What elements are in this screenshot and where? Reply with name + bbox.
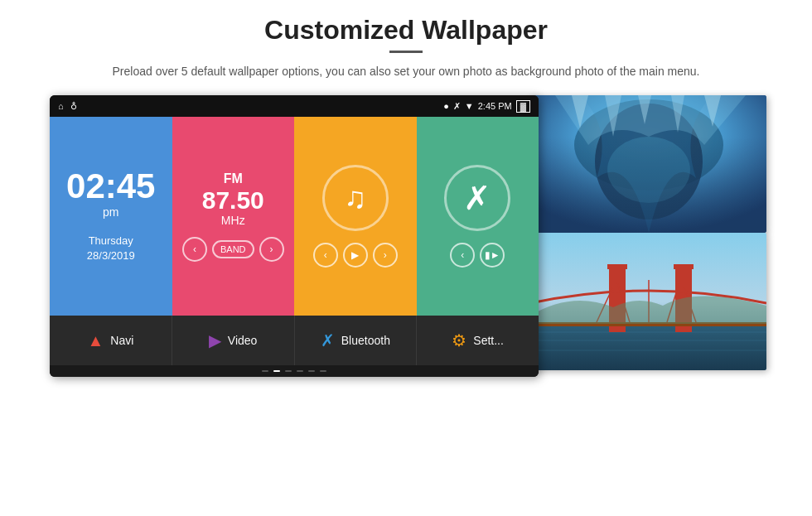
navi-label: Navi: [110, 334, 133, 347]
home-icon: ⌂: [58, 101, 64, 111]
preview-ice: [530, 95, 766, 233]
preview-bridge: [530, 233, 766, 370]
status-left: ⌂ ♁: [58, 101, 77, 112]
location-icon: ●: [443, 101, 449, 111]
battery-icon: ▓: [516, 100, 530, 113]
app-item-navi[interactable]: ▲ Navi: [50, 316, 172, 365]
svg-rect-19: [607, 264, 627, 269]
fm-unit: MHz: [221, 214, 245, 227]
app-item-settings[interactable]: ⚙ Sett...: [417, 316, 539, 365]
title-divider: [389, 51, 423, 53]
fm-next-button[interactable]: ›: [259, 237, 284, 262]
music-play-button[interactable]: ▶: [343, 243, 368, 268]
fm-label: FM: [224, 171, 243, 186]
subtitle: Preload over 5 default wallpaper options…: [112, 63, 699, 80]
dot-6: [320, 370, 326, 372]
wifi-icon: ▼: [465, 101, 474, 111]
ice-svg: [530, 95, 766, 233]
music-next-button[interactable]: ›: [373, 243, 398, 268]
screenshots-area: ⌂ ♁ ● ✗ ▼ 2:45 PM ▓ 02:45 pm Th: [50, 95, 762, 377]
device-screen: ⌂ ♁ ● ✗ ▼ 2:45 PM ▓ 02:45 pm Th: [50, 95, 539, 377]
dots-row: [50, 365, 539, 377]
dot-2: [273, 370, 280, 372]
svg-rect-16: [609, 278, 626, 282]
music-controls: ‹ ▶ ›: [313, 243, 398, 268]
svg-rect-22: [675, 278, 692, 282]
music-prev-button[interactable]: ‹: [313, 243, 338, 268]
svg-rect-25: [674, 264, 694, 269]
bt-controls: ‹ ▮►: [450, 243, 505, 268]
menu-area: 02:45 pm Thursday28/3/2019 FM 87.50 MHz …: [50, 117, 539, 316]
bridge-background: [530, 233, 766, 370]
fm-band-button[interactable]: BAND: [212, 240, 254, 258]
dot-5: [308, 370, 315, 372]
clock-tile[interactable]: 02:45 pm Thursday28/3/2019: [50, 117, 172, 316]
bluetooth-app-icon: ✗: [321, 330, 335, 350]
dot-4: [297, 370, 303, 372]
bluetooth-tile[interactable]: ✗ ‹ ▮►: [417, 117, 539, 316]
svg-rect-10: [530, 324, 766, 370]
page-title: Customized Wallpaper: [264, 15, 548, 46]
dot-3: [285, 370, 292, 372]
bt-skip-button[interactable]: ▮►: [480, 243, 505, 268]
app-item-bluetooth[interactable]: ✗ Bluetooth: [295, 316, 418, 365]
right-images: [530, 95, 766, 370]
clock-time: 02:45: [66, 169, 155, 204]
app-bar: ▲ Navi ▶ Video ✗ Bluetooth ⚙ Sett...: [50, 316, 539, 365]
page-container: Customized Wallpaper Preload over 5 defa…: [0, 0, 812, 393]
settings-icon: ⚙: [452, 330, 466, 350]
usb-icon: ♁: [70, 101, 77, 112]
fm-prev-button[interactable]: ‹: [182, 237, 207, 262]
bridge-svg: [530, 233, 766, 370]
bluetooth-label: Bluetooth: [341, 334, 390, 347]
status-bar: ⌂ ♁ ● ✗ ▼ 2:45 PM ▓: [50, 95, 539, 117]
fm-controls: ‹ BAND ›: [182, 237, 284, 262]
status-time: 2:45 PM: [478, 101, 512, 111]
bt-prev-button[interactable]: ‹: [450, 243, 475, 268]
fm-frequency: 87.50: [202, 186, 264, 214]
app-item-video[interactable]: ▶ Video: [172, 316, 295, 365]
video-icon: ▶: [209, 330, 221, 350]
settings-label: Sett...: [473, 334, 504, 347]
video-label: Video: [228, 334, 258, 347]
bluetooth-status-icon: ✗: [453, 101, 461, 112]
status-right: ● ✗ ▼ 2:45 PM ▓: [443, 100, 530, 113]
clock-date: Thursday28/3/2019: [87, 234, 135, 263]
dot-1: [262, 370, 268, 372]
music-tile[interactable]: ♫ ‹ ▶ ›: [294, 117, 417, 316]
navi-icon: ▲: [87, 331, 104, 350]
ice-background: [530, 95, 766, 233]
music-icon: ♫: [322, 165, 389, 231]
clock-ampm: pm: [103, 205, 118, 219]
bluetooth-icon: ✗: [444, 165, 510, 231]
fm-tile[interactable]: FM 87.50 MHz ‹ BAND ›: [172, 117, 295, 316]
svg-point-8: [607, 137, 690, 203]
